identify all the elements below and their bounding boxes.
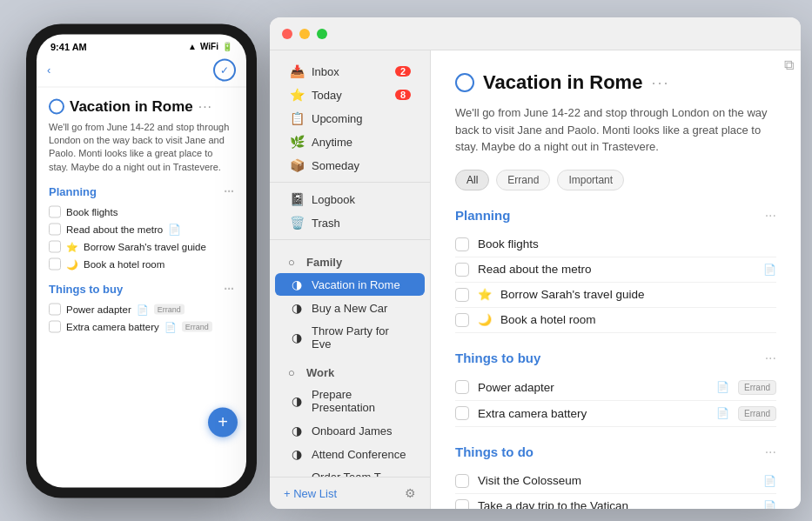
sidebar-item-today[interactable]: ⭐ Today 8 [275,83,425,106]
sidebar-item-onboard[interactable]: ◑ Onboard James [275,419,425,442]
work-section-icon: ○ [284,366,299,379]
task-label: Book a hotel room [500,313,776,326]
phone-planning-section: Planning ··· [49,184,234,198]
task-checkbox[interactable] [455,237,469,251]
phone-task-metro: Read about the metro 📄 [49,221,234,238]
doc-icon: 📄 [763,500,776,510]
phone-task-checkbox[interactable] [49,304,61,316]
task-colosseum: Visit the Colosseum 📄 [455,469,776,494]
minimize-button[interactable] [299,29,310,39]
sidebar-party-label: Throw Party for Eve [312,324,411,351]
doc-icon: 📄 [168,224,181,236]
conference-icon: ◑ [289,447,305,461]
vacation-icon: ◑ [289,277,305,291]
errand-tag: Errand [738,380,776,395]
someday-icon: 📦 [289,158,305,172]
window-body: 📥 Inbox 2 ⭐ Today 8 📋 Upcoming 🌿 Anytime [270,50,801,509]
app-window: 📥 Inbox 2 ⭐ Today 8 📋 Upcoming 🌿 Anytime [270,17,801,509]
filter-important[interactable]: Important [557,170,624,190]
task-label: Visit the Colosseum [478,474,755,487]
todo-section-dots[interactable]: ··· [765,444,776,460]
sidebar: 📥 Inbox 2 ⭐ Today 8 📋 Upcoming 🌿 Anytime [270,50,431,509]
inbox-badge: 2 [395,66,411,77]
sidebar-onboard-label: Onboard James [312,424,411,438]
logbook-icon: 📓 [289,192,305,206]
phone-device: 9:41 AM ▲WiFi🔋 ‹ ✓ Vacation in Rome ··· … [26,23,257,498]
trash-icon: 🗑️ [289,216,305,230]
task-checkbox[interactable] [455,288,469,302]
filter-bar: All Errand Important [455,170,776,190]
sidebar-item-conference[interactable]: ◑ Attend Conference [275,443,425,465]
buy-section-title: Things to buy [455,351,540,365]
phone-task-checkbox[interactable] [49,206,61,218]
sidebar-item-inbox[interactable]: 📥 Inbox 2 [275,60,425,83]
today-icon: ⭐ [289,88,305,102]
copy-button[interactable]: ⧉ [784,57,794,73]
task-checkbox[interactable] [455,406,469,420]
task-vatican: Take a day trip to the Vatican 📄 [455,494,776,510]
errand-tag: Errand [738,406,776,421]
phone-status-right: ▲WiFi🔋 [188,42,232,51]
main-dots[interactable]: ··· [651,74,669,92]
doc-icon: 📄 [716,381,729,393]
phone-task-checkbox[interactable] [49,224,61,236]
sidebar-item-presentation[interactable]: ◑ Prepare Presentation [275,384,425,418]
filter-icon[interactable]: ⚙ [405,486,416,500]
phone-check-button[interactable]: ✓ [213,58,236,81]
phone-task-checkbox[interactable] [49,258,61,271]
task-travel-guide: ⭐ Borrow Sarah's travel guide [455,283,776,308]
phone-description: We'll go from June 14-22 and stop throug… [49,120,234,174]
new-list-button[interactable]: + New List [284,487,337,500]
sidebar-car-label: Buy a New Car [312,302,411,315]
phone-back-button[interactable]: ‹ [47,63,50,77]
task-label: Extra camera battery [478,407,708,420]
sidebar-item-party[interactable]: ◑ Throw Party for Eve [275,320,425,355]
sidebar-work-label: Work [306,366,334,379]
buy-section-header: Things to buy ··· [455,351,776,366]
main-title-icon [455,73,474,92]
task-book-flights: Book flights [455,232,776,257]
phone-buy-dots[interactable]: ··· [224,282,234,296]
sidebar-item-anytime[interactable]: 🌿 Anytime [275,130,425,153]
buy-section-dots[interactable]: ··· [765,351,776,366]
task-label: Borrow Sarah's travel guide [500,288,776,301]
sidebar-item-logbook[interactable]: 📓 Logbook [275,188,425,210]
phone-title-dots[interactable]: ··· [198,98,212,114]
doc-icon: 📄 [763,264,776,276]
task-checkbox[interactable] [455,263,469,277]
sidebar-logbook-label: Logbook [312,193,411,206]
phone-title-icon [49,98,64,114]
close-button[interactable] [282,29,292,39]
phone-fab-button[interactable]: + [208,407,238,437]
sidebar-item-someday[interactable]: 📦 Someday [275,154,425,177]
doc-icon: 📄 [716,407,729,419]
phone-time: 9:41 AM [50,41,87,51]
task-label: Power adapter [478,381,708,394]
task-doc-icon: 📄 [137,304,149,315]
maximize-button[interactable] [317,29,327,39]
task-checkbox[interactable] [455,499,469,510]
planning-section-dots[interactable]: ··· [765,208,776,224]
sidebar-upcoming-label: Upcoming [312,112,411,125]
task-label: Book flights [478,237,776,250]
sidebar-content: 📥 Inbox 2 ⭐ Today 8 📋 Upcoming 🌿 Anytime [270,50,430,477]
sidebar-item-trash[interactable]: 🗑️ Trash [275,211,425,234]
sidebar-item-tshirts[interactable]: ◑ Order Team T-Shirts [275,466,425,477]
main-title-row: Vacation in Rome ··· [455,71,776,94]
filter-all[interactable]: All [455,170,489,190]
window-titlebar [270,17,801,50]
phone-task-checkbox[interactable] [49,321,61,333]
sidebar-item-upcoming[interactable]: 📋 Upcoming [275,107,425,130]
task-checkbox[interactable] [455,313,469,327]
sidebar-item-vacation-rome[interactable]: ◑ Vacation in Rome [275,273,425,296]
phone-task-checkbox[interactable] [49,241,61,253]
task-camera-battery: Extra camera battery 📄 Errand [455,401,776,427]
upcoming-icon: 📋 [289,111,305,125]
phone-navigation: ‹ ✓ [37,55,246,87]
today-badge: 8 [395,90,411,100]
sidebar-item-buy-car[interactable]: ◑ Buy a New Car [275,297,425,319]
task-checkbox[interactable] [455,380,469,394]
filter-errand[interactable]: Errand [496,170,550,190]
task-checkbox[interactable] [455,474,469,488]
phone-planning-dots[interactable]: ··· [224,184,234,198]
